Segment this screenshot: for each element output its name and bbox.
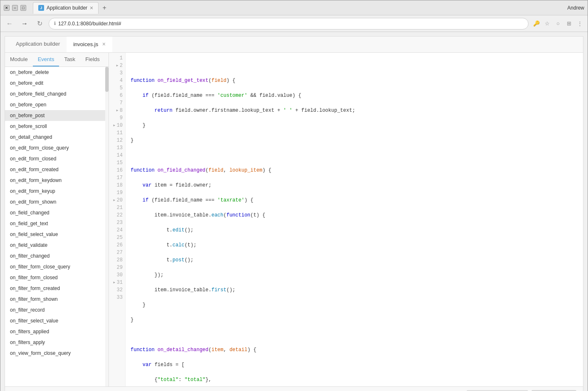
line-num: 14	[109, 152, 125, 159]
code-line: t.calc(t);	[131, 241, 583, 249]
list-item[interactable]: on_filter_form_shown	[5, 294, 109, 305]
line-num: 32	[109, 286, 125, 294]
list-item[interactable]: on_filter_form_closed	[5, 272, 109, 283]
minimize-window-button[interactable]: −	[12, 5, 18, 11]
list-item[interactable]: on_detail_changed	[5, 132, 109, 143]
code-content[interactable]: function on_field_get_text(field) { if (…	[126, 53, 583, 386]
list-item[interactable]: on_filters_apply	[5, 337, 109, 348]
window-controls: ✕ − □	[4, 5, 26, 11]
code-line	[131, 331, 583, 339]
line-num: 10	[109, 122, 125, 129]
address-bar: ← → ↻ ℹ 127.0.0.1:8080/builder.html# 🔑 ☆…	[0, 15, 588, 32]
line-num: 7	[109, 99, 125, 107]
list-item[interactable]: on_field_get_text	[5, 218, 109, 229]
user-label: Andrew	[567, 5, 584, 11]
line-num: 3	[109, 69, 125, 77]
list-item[interactable]: on_filter_changed	[5, 251, 109, 261]
line-num: 11	[109, 129, 125, 137]
code-line: t.edit();	[131, 226, 583, 234]
list-item[interactable]: on_filter_select_value	[5, 315, 109, 326]
scrollbar-track[interactable]	[105, 67, 109, 386]
back-button[interactable]: ←	[4, 18, 15, 30]
list-item[interactable]: on_field_validate	[5, 240, 109, 251]
address-input-container[interactable]: ℹ 127.0.0.1:8080/builder.html#	[49, 18, 529, 30]
code-line: item.invoice_table.each(function(t) {	[131, 211, 583, 219]
line-num: 21	[109, 204, 125, 211]
code-area[interactable]: 1 2 3 4 5 6 7 8 9 10 11 12 13 14	[109, 53, 583, 386]
browser-tab-close[interactable]: ×	[90, 5, 93, 11]
list-item[interactable]: on_before_field_changed	[5, 89, 109, 99]
extensions-icon[interactable]: ⊞	[564, 19, 573, 28]
line-numbers: 1 2 3 4 5 6 7 8 9 10 11 12 13 14	[109, 53, 126, 386]
list-item[interactable]: on_edit_form_keyup	[5, 186, 109, 197]
tab-bar: J Application builder × +	[33, 2, 110, 14]
close-window-button[interactable]: ✕	[4, 5, 10, 11]
line-num: 12	[109, 137, 125, 144]
sidebar: Module Events Task Fields on_before_dele…	[5, 53, 109, 386]
line-num: 4	[109, 77, 125, 84]
line-num: 17	[109, 174, 125, 182]
list-item[interactable]: on_field_changed	[5, 207, 109, 218]
sidebar-tabs: Module Events Task Fields	[5, 53, 109, 67]
list-item[interactable]: on_view_form_close_query	[5, 348, 109, 359]
code-line: if (field.field_name === 'taxrate') {	[131, 197, 583, 204]
list-item[interactable]: on_before_scroll	[5, 121, 109, 132]
code-line: item.invoice_table.first();	[131, 286, 583, 294]
code-line: t.post();	[131, 256, 583, 264]
sidebar-tab-fields[interactable]: Fields	[80, 53, 105, 66]
list-item-selected[interactable]: on_before_post	[5, 110, 109, 121]
bookmark-icon[interactable]: ☆	[543, 19, 552, 28]
sidebar-tab-events[interactable]: Events	[33, 53, 59, 66]
forward-button[interactable]: →	[19, 18, 30, 30]
list-item[interactable]: on_filter_form_close_query	[5, 261, 109, 272]
code-line: function on_field_changed(field, lookup_…	[131, 167, 583, 174]
list-item[interactable]: on_filter_form_created	[5, 283, 109, 294]
new-tab-button[interactable]: +	[99, 2, 110, 14]
scrollbar-thumb[interactable]	[105, 67, 109, 92]
list-item[interactable]: on_filters_applied	[5, 326, 109, 337]
key-icon[interactable]: 🔑	[532, 19, 541, 28]
title-bar-left: ✕ − □ J Application builder × +	[4, 2, 110, 14]
line-num: 22	[109, 211, 125, 219]
line-num: 23	[109, 219, 125, 226]
line-num: 16	[109, 167, 125, 174]
list-item[interactable]: on_edit_form_close_query	[5, 143, 109, 153]
list-item[interactable]: on_filter_record	[5, 305, 109, 315]
address-text: 127.0.0.1:8080/builder.html#	[58, 21, 121, 27]
address-icons: 🔑 ☆ ○ ⊞ ⋮	[532, 19, 584, 28]
line-num: 8	[109, 107, 125, 114]
code-line: function on_field_get_text(field) {	[131, 77, 583, 84]
sidebar-tab-module[interactable]: Module	[5, 53, 33, 66]
line-num: 29	[109, 264, 125, 271]
list-item[interactable]: on_before_open	[5, 99, 109, 110]
code-line: function on_detail_changed(item, detail)…	[131, 346, 583, 354]
page-tabs: Application builder invoices.js ×	[5, 37, 583, 53]
line-num: 20	[109, 197, 125, 204]
line-num: 24	[109, 226, 125, 234]
list-item[interactable]: on_edit_form_closed	[5, 153, 109, 164]
code-line	[131, 62, 583, 69]
list-item[interactable]: on_before_edit	[5, 78, 109, 89]
profile-icon[interactable]: ○	[553, 19, 563, 28]
layout: Module Events Task Fields on_before_dele…	[5, 53, 583, 386]
browser-tab[interactable]: J Application builder ×	[33, 2, 99, 14]
list-item[interactable]: on_edit_form_created	[5, 164, 109, 175]
list-item[interactable]: on_edit_form_keydown	[5, 175, 109, 186]
list-item[interactable]: on_before_delete	[5, 67, 109, 78]
browser-tab-label: Application builder	[47, 5, 87, 11]
refresh-button[interactable]: ↻	[34, 18, 45, 30]
maximize-window-button[interactable]: □	[20, 5, 26, 11]
sidebar-list: on_before_delete on_before_edit on_befor…	[5, 67, 109, 386]
list-item[interactable]: on_edit_form_shown	[5, 197, 109, 207]
code-line: });	[131, 271, 583, 279]
menu-icon[interactable]: ⋮	[575, 19, 584, 28]
tab-app-builder[interactable]: Application builder	[9, 37, 67, 52]
sidebar-tab-task[interactable]: Task	[59, 53, 80, 66]
line-num: 31	[109, 279, 125, 286]
title-bar: ✕ − □ J Application builder × + Andrew	[0, 0, 588, 15]
tab-invoices-js-close[interactable]: ×	[102, 41, 106, 47]
line-num: 28	[109, 256, 125, 264]
code-line	[131, 152, 583, 159]
tab-invoices-js[interactable]: invoices.js ×	[67, 37, 112, 52]
list-item[interactable]: on_field_select_value	[5, 229, 109, 240]
